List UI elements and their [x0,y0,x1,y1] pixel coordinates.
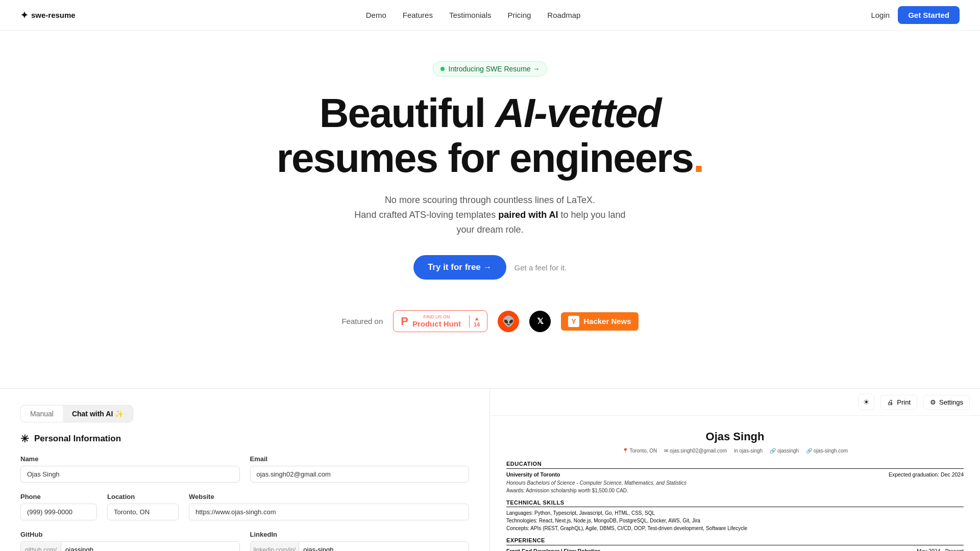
hn-label: Hacker News [583,317,631,325]
reddit-icon: 👽 [502,315,515,328]
settings-label: Settings [939,398,963,406]
nav-links: Demo Features Testimonials Pricing Roadm… [366,11,581,19]
hero-hint: Get a feel for it. [514,263,567,272]
logo-text: swe-resume [31,11,76,19]
linkedin-label: LinkedIn [250,531,470,538]
subtitle-line2: Hand crafted ATS-loving templates [354,210,498,220]
theme-toggle-button[interactable]: ☀ [858,394,874,410]
resume-preview: Ojas Singh 📍 Toronto, ON ✉ ojas.singh02@… [490,416,980,551]
github-prefix: github.com/ [21,542,61,551]
linkedin-group: LinkedIn linkedin.com/in/ [250,531,470,551]
logo-icon: ✦ [20,10,28,21]
degree-text: Honours Bachelors of Science - Computer … [506,479,964,487]
settings-button[interactable]: ⚙ Settings [923,395,970,410]
skills-section-title: Technical Skills [506,498,964,508]
section-personal-info: ✳ Personal Information [20,433,469,445]
name-group: Name [20,455,240,483]
nav-actions: Login Get Started [871,6,960,24]
hacker-news-badge[interactable]: Y Hacker News [561,312,638,331]
ph-label: Product Hunt [412,319,461,328]
github-linkedin-row: GitHub github.com/ LinkedIn linkedin.com… [20,531,469,551]
email-label: Email [250,455,470,463]
experience-section-title: Experience [506,536,964,545]
tab-manual[interactable]: Manual [21,406,63,422]
name-label: Name [20,455,240,463]
hero-cta: Try it for free → Get a feel for it. [10,255,970,280]
name-email-row: Name Email [20,455,469,483]
featured-row: Featured on P FIND US ON Product Hunt ▲ … [10,310,970,332]
tab-row: Manual Chat with AI ✨ [20,405,133,422]
ph-sub: FIND US ON [412,314,461,319]
job1-row: Front-End Developer | Flow Robotics May … [506,547,964,551]
person-icon: ✳ [20,433,29,445]
phone-label: Phone [20,493,97,500]
navbar: ✦ swe-resume Demo Features Testimonials … [0,0,980,31]
phone-input[interactable] [20,504,97,520]
hero-title-italic: AI-vetted [495,90,660,136]
github-label: GitHub [20,531,240,538]
app-preview: Manual Chat with AI ✨ ✳ Personal Informa… [0,388,980,551]
hero-title-dot: . [693,135,703,181]
settings-icon: ⚙ [930,398,936,406]
location-label: Location [107,493,179,500]
phone-group: Phone [20,493,97,520]
resume-name: Ojas Singh [506,428,964,445]
badge-text: Introducing SWE Resume → [449,65,540,73]
graduation-date: Expected graduation: Dec 2024 [889,471,964,479]
ph-upvote-count: 14 [474,321,480,328]
product-hunt-badge[interactable]: P FIND US ON Product Hunt ▲ 14 [393,310,487,332]
linkedin-prefix: linkedin.com/in/ [251,542,300,551]
nav-roadmap[interactable]: Roadmap [547,11,580,19]
website-label: Website [189,493,469,500]
tab-ai[interactable]: Chat with AI ✨ [63,406,133,422]
featured-label: Featured on [341,317,383,325]
left-panel: Manual Chat with AI ✨ ✳ Personal Informa… [0,389,490,551]
contact-location: 📍 Toronto, ON [622,447,657,455]
resume-toolbar: ☀ 🖨 Print ⚙ Settings [490,389,980,416]
hero-subtitle: No more scouring through countless lines… [347,193,633,237]
languages-text: Languages: Python, Typescript, Javascrip… [506,509,964,517]
hn-y-icon: Y [568,316,579,327]
location-input[interactable] [107,504,179,520]
resume-contact: 📍 Toronto, ON ✉ ojas.singh02@gmail.com i… [506,447,964,455]
logo[interactable]: ✦ swe-resume [20,10,76,21]
hero-title-line1: Beautiful AI-vetted [320,90,661,136]
reddit-badge[interactable]: 👽 [498,311,519,332]
contact-website: 🔗 ojas-singh.com [806,447,848,455]
x-badge[interactable]: 𝕏 [529,311,551,332]
login-button[interactable]: Login [871,11,890,19]
badge-dot [440,67,445,71]
phone-location-website-row: Phone Location Website [20,493,469,520]
website-input[interactable] [189,504,469,520]
name-input[interactable] [20,466,240,483]
try-free-button[interactable]: Try it for free → [413,255,506,280]
x-icon: 𝕏 [537,316,544,326]
right-panel: ☀ 🖨 Print ⚙ Settings Ojas Singh 📍 Toront… [490,389,980,551]
university-row: University of Toronto Expected graduatio… [506,471,964,479]
get-started-button[interactable]: Get Started [898,6,960,24]
education-section-title: Education [506,460,964,469]
hero-title: Beautiful AI-vetted resumes for engineer… [10,91,970,181]
github-input[interactable] [61,542,239,551]
email-group: Email [250,455,470,483]
nav-pricing[interactable]: Pricing [508,11,531,19]
print-icon: 🖨 [887,398,894,406]
linkedin-input[interactable] [299,542,469,551]
hero-section: Introducing SWE Resume → Beautiful AI-ve… [0,31,980,388]
hero-title-line2: resumes for engineers. [277,135,703,181]
nav-features[interactable]: Features [403,11,433,19]
nav-testimonials[interactable]: Testimonials [449,11,492,19]
email-input[interactable] [250,466,470,483]
website-group: Website [189,493,469,520]
intro-badge[interactable]: Introducing SWE Resume → [433,61,548,77]
contact-github: 🔗 ojassingh [770,447,799,455]
subtitle-bold: paired with AI [498,210,558,220]
print-label: Print [897,398,911,406]
print-button[interactable]: 🖨 Print [880,395,917,410]
ph-upvote-arrow: ▲ [474,315,480,321]
github-group: GitHub github.com/ [20,531,240,551]
section-title-text: Personal Information [34,434,121,444]
concepts-text: Concepts: APIs (REST, GraphQL), Agile, D… [506,524,964,532]
nav-demo[interactable]: Demo [366,11,386,19]
subtitle-line1: No more scouring through countless lines… [385,195,595,205]
